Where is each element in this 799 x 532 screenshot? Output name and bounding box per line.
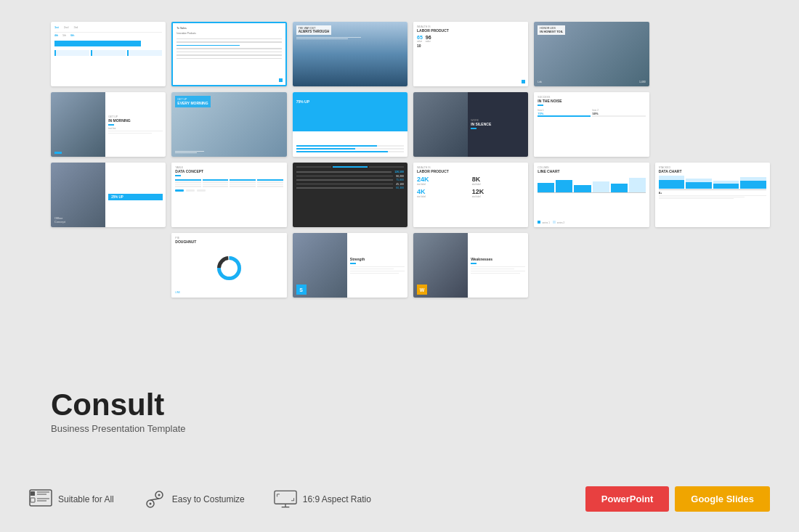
slide-1[interactable]: 1st 2nd 3rd 4th 5th 6th (51, 22, 166, 86)
svg-rect-15 (275, 491, 296, 504)
row4-empty4 (51, 303, 166, 368)
slide-3[interactable]: THE WAY OUT ALWAYS THROUGH (293, 22, 407, 86)
slide-4[interactable]: WEALTH IS LABOR PRODUCT 65 value 96 valu… (413, 22, 528, 86)
slide-9[interactable]: 75% UP (293, 92, 407, 157)
bottom-section: Consult Business Presentation Template (51, 390, 770, 434)
svg-rect-4 (31, 491, 35, 496)
suitable-label: Suitable for All (58, 494, 114, 504)
features-left: Suitable for All Easy to Costumize (29, 489, 371, 510)
google-slides-button[interactable]: Google Slides (675, 486, 770, 512)
suitable-icon (29, 489, 52, 510)
brand-section: Consult Business Presentation Template (51, 390, 196, 434)
slide-20[interactable]: Strength S (293, 233, 407, 298)
slide-1-numrow: 1st 2nd 3rd (54, 25, 162, 29)
monitor-icon (274, 489, 297, 510)
slide-16[interactable]: WEALTH IS LABOR PRODUCT 24K stat label 8… (413, 163, 528, 227)
slide-18[interactable]: STACKED DATA CHART (655, 163, 770, 227)
slide-7[interactable]: GET UP IN MORNING text line (51, 92, 166, 157)
svg-line-14 (150, 499, 159, 500)
svg-point-11 (149, 502, 151, 504)
brand-title: Consult (51, 390, 196, 420)
aspect-label: 16:9 Aspect Ratio (303, 494, 371, 504)
slide-15[interactable]: 120,500 90,200 75,800 45,100 (293, 163, 407, 227)
slide-12-placeholder (655, 92, 770, 157)
slide-11[interactable]: SUCCESS IN THE NOISE Item 1 70% Item 2 5… (534, 92, 649, 157)
slide-6-placeholder (655, 22, 770, 86)
feature-customize: Easy to Costumize (143, 489, 245, 510)
slide-14[interactable]: TABLE DATA CONCEPT (171, 163, 286, 227)
customize-label: Easy to Costumize (172, 494, 245, 504)
feature-aspect: 16:9 Aspect Ratio (274, 489, 371, 510)
slide-10[interactable]: WORK IN SILENCE (413, 92, 528, 157)
slide-8[interactable]: GET UP EVERY MORNING (171, 92, 286, 157)
row4-empty1 (51, 233, 166, 298)
features-bar: Suitable for All Easy to Costumize (29, 486, 770, 512)
slide-19[interactable]: PIE DOUGHNUT LINK (171, 233, 286, 298)
slides-grid: 1st 2nd 3rd 4th 5th 6th (51, 22, 770, 368)
row4-empty2 (534, 233, 649, 298)
slide-21[interactable]: Weaknesses W (413, 233, 528, 298)
row4-empty3 (655, 233, 770, 298)
feature-suitable: Suitable for All (29, 489, 114, 510)
powerpoint-button[interactable]: PowerPoint (585, 486, 670, 512)
slide-17[interactable]: COLUMN LINE CHART series 1 series 2 (534, 163, 649, 227)
slide-5[interactable]: HONOR LIES IN HONEST TOIL Link 1,490 (534, 22, 649, 86)
slide-2[interactable]: To Sales Innovative Products (171, 22, 286, 86)
slide-13[interactable]: OfflineConcept 25% UP (51, 163, 166, 227)
brand-subtitle: Business Presentation Template (51, 423, 196, 434)
svg-point-13 (158, 494, 160, 496)
tools-icon (143, 489, 166, 510)
buttons-right: PowerPoint Google Slides (585, 486, 770, 512)
svg-rect-7 (31, 498, 35, 502)
main-container: 1st 2nd 3rd 4th 5th 6th (0, 0, 799, 456)
